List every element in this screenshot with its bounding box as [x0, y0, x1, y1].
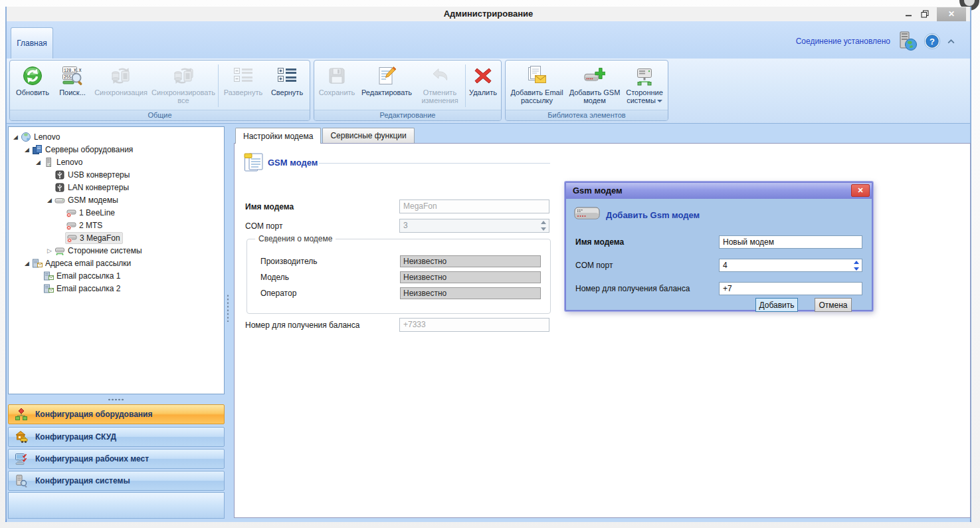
ribbon-group-label: Общие	[10, 110, 310, 120]
nav-workstations-configuration[interactable]: Конфигурация рабочих мест	[8, 449, 225, 469]
tree-item-gsm-modems[interactable]: GSM модемы	[9, 194, 224, 206]
tree-item-email-1[interactable]: Email рассылка 1	[9, 269, 224, 282]
restore-button[interactable]	[917, 7, 933, 21]
tree-item-label: 3 MegaFon	[80, 233, 120, 243]
section-title: GSM модем	[268, 158, 318, 168]
delete-button[interactable]: Удалить	[467, 62, 499, 110]
expand-all-icon	[233, 64, 254, 88]
dialog-modem-name-input[interactable]: Новый модем	[719, 235, 862, 249]
access-control-icon	[15, 430, 29, 444]
tree-item-root-lenovo[interactable]: Lenovo	[9, 130, 224, 143]
nav-label: Конфигурация рабочих мест	[35, 454, 149, 463]
tab-home[interactable]: Главная	[11, 27, 53, 59]
dialog-com-port-stepper[interactable]: 4	[719, 259, 862, 272]
ribbon-group-general: Обновить 128.X.X255 Поиск... Синхронизац…	[9, 60, 310, 121]
tree-expander-icon[interactable]	[45, 247, 54, 254]
manufacturer-value: Неизвестно	[400, 255, 541, 267]
tree-item-email-addresses[interactable]: Адреса email рассылки	[9, 257, 224, 269]
nav-label: Конфигурация СКУД	[35, 432, 116, 442]
email-item-icon	[43, 271, 54, 281]
tree-expander-icon[interactable]	[23, 260, 31, 267]
delete-icon	[472, 64, 494, 88]
tree-item-server-lenovo[interactable]: Lenovo	[9, 156, 224, 168]
status-area: Соединение установлено ?	[796, 27, 955, 56]
dialog-close-button[interactable]: ✕	[851, 184, 870, 197]
add-email-icon	[526, 64, 547, 88]
ribbon-button-label: Поиск...	[58, 88, 87, 97]
ribbon-group-library: Добавить Email рассылку Добавить GSM мод…	[505, 60, 668, 121]
ribbon-button-label: Развернуть	[223, 88, 264, 97]
tree-item-lan-converters[interactable]: LAN конвертеры	[9, 181, 224, 194]
collapse-all-button[interactable]: Свернуть	[266, 62, 308, 110]
tree-expander-icon[interactable]	[34, 159, 43, 166]
tab-service-functions[interactable]: Сервисные функции	[322, 128, 414, 143]
tree-expander-icon[interactable]	[11, 134, 20, 140]
sync-all-button: Синхронизировать все	[150, 62, 217, 110]
title-bar: Администрирование ✕	[7, 7, 970, 21]
usb-icon	[54, 182, 65, 193]
search-button[interactable]: 128.X.X255 Поиск...	[53, 62, 92, 110]
ribbon-button-label: Синхронизировать все	[150, 88, 217, 105]
tree-expander-icon[interactable]	[45, 197, 54, 203]
tab-modem-settings[interactable]: Настройки модема	[235, 128, 321, 144]
workstation-icon	[15, 452, 29, 465]
balance-number-field: +7333	[399, 318, 549, 332]
sync-button: Синхронизация	[92, 62, 150, 110]
tree-selection: 3 MegaFon	[65, 232, 123, 244]
spinner-arrows-icon[interactable]	[852, 261, 860, 271]
left-panel: Lenovo Серверы оборудования Lenovo	[8, 126, 225, 519]
dialog-add-button[interactable]: Добавить	[755, 298, 798, 312]
tree-item-third-party-systems[interactable]: Сторонние системы	[9, 244, 224, 257]
undo-icon	[429, 64, 450, 88]
dialog-title-bar[interactable]: Gsm модем ✕	[566, 183, 872, 199]
minimize-button[interactable]	[901, 7, 917, 21]
third-party-systems-button[interactable]: Сторонние системы	[623, 62, 666, 110]
tree-item-label: Email рассылка 2	[56, 284, 121, 293]
model-label: Модель	[260, 273, 289, 282]
tree-item-email-2[interactable]: Email рассылка 2	[9, 282, 224, 295]
refresh-button[interactable]: Обновить	[12, 62, 53, 110]
dialog-balance-input[interactable]: +7	[719, 282, 862, 295]
close-button[interactable]: ✕	[937, 7, 966, 21]
third-party-icon	[634, 64, 655, 88]
tree-item-modem-beeline[interactable]: 1 BeeLine	[9, 206, 224, 219]
vertical-splitter[interactable]	[227, 294, 229, 322]
nav-hardware-configuration[interactable]: Конфигурация оборудования	[8, 404, 225, 424]
nav-system-configuration[interactable]: Конфигурация системы	[8, 471, 225, 491]
sync-icon	[110, 64, 132, 88]
server-globe-icon	[896, 31, 918, 52]
email-item-icon	[43, 283, 54, 294]
minimize-ribbon-icon[interactable]	[947, 38, 955, 45]
modem-group-icon	[54, 195, 65, 205]
svg-text:128.X.X: 128.X.X	[64, 68, 82, 73]
client-area: Lenovo Серверы оборудования Lenovo	[7, 124, 970, 522]
tree-item-modem-mts[interactable]: 2 MTS	[9, 219, 224, 231]
help-icon[interactable]: ?	[924, 33, 941, 50]
window-controls: ✕	[901, 7, 966, 21]
expand-all-button: Развернуть	[220, 62, 266, 110]
add-gsm-modem-button[interactable]: Добавить GSM модем	[566, 62, 623, 110]
tree-item-label: Email рассылка 1	[56, 271, 121, 281]
edit-button[interactable]: Редактировать	[357, 62, 416, 110]
horizontal-splitter[interactable]	[8, 395, 225, 404]
modem-error-icon	[66, 233, 77, 243]
dialog-com-port-label: COM порт	[575, 261, 613, 270]
document-tabs: Настройки модема Сервисные функции	[235, 128, 416, 144]
modem-name-field: MegaFon	[399, 199, 549, 213]
dialog-balance-label: Номер для получения баланса	[575, 284, 690, 293]
ribbon-button-label: Удалить	[468, 88, 498, 97]
com-port-label: COM порт	[245, 221, 282, 231]
tree-expander-icon[interactable]	[23, 146, 31, 153]
add-modem-icon	[584, 64, 605, 88]
tree-item-hardware-servers[interactable]: Серверы оборудования	[9, 143, 224, 156]
nav-skud-configuration[interactable]: Конфигурация СКУД	[8, 427, 225, 447]
tree-item-usb-converters[interactable]: USB конвертеры	[9, 168, 224, 181]
add-email-button[interactable]: Добавить Email рассылку	[508, 62, 566, 110]
tree-item-modem-megafon[interactable]: 3 MegaFon	[9, 231, 224, 244]
ribbon-button-label: Добавить GSM модем	[566, 88, 623, 105]
ribbon-button-label: Обновить	[15, 88, 50, 97]
nav-label: Конфигурация системы	[35, 476, 130, 485]
dialog-cancel-button[interactable]: Отмена	[815, 298, 852, 312]
desktop-background: Администрирование ✕ Главная Соединение у…	[0, 0, 980, 528]
operator-label: Оператор	[260, 289, 296, 298]
